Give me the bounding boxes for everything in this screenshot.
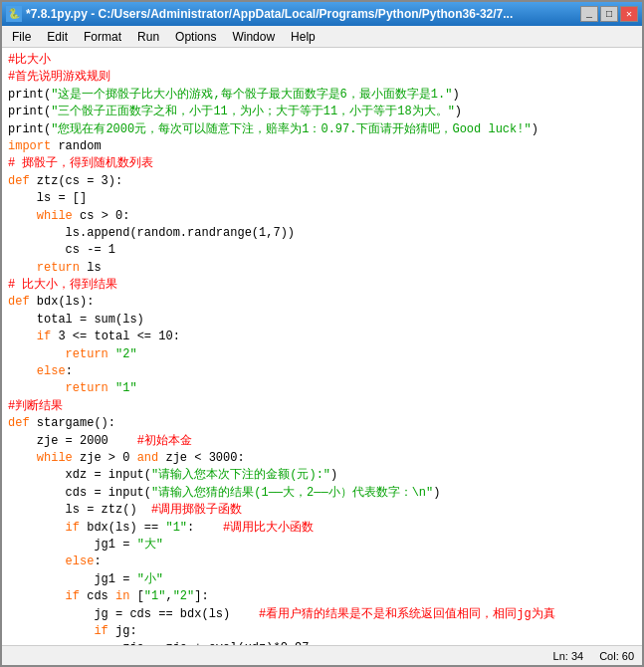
- window-title: *7.8.1py.py - C:/Users/Administrator/App…: [26, 7, 513, 21]
- code-line: print("您现在有2000元，每次可以随意下注，赔率为1：0.97.下面请开…: [8, 121, 636, 138]
- code-line: import random: [8, 138, 636, 155]
- code-line: print("三个骰子正面数字之和，小于11，为小；大于等于11，小于等于18为…: [8, 104, 636, 120]
- code-line: print("这是一个掷骰子比大小的游戏,每个骰子最大面数字是6，最小面数字是1…: [8, 87, 636, 104]
- code-line: while cs > 0:: [8, 208, 636, 225]
- code-line: #首先说明游戏规则: [8, 69, 636, 86]
- maximize-button[interactable]: □: [600, 6, 618, 22]
- title-bar: 🐍 *7.8.1py.py - C:/Users/Administrator/A…: [2, 2, 642, 26]
- menu-edit[interactable]: Edit: [39, 28, 76, 46]
- menu-bar: File Edit Format Run Options Window Help: [2, 26, 642, 48]
- code-line: while zje > 0 and zje < 3000:: [8, 450, 636, 467]
- code-line: ls = []: [8, 190, 636, 207]
- code-line: else:: [8, 554, 636, 570]
- code-line: if bdx(ls) == "1": #调用比大小函数: [8, 520, 636, 537]
- code-line: #比大小: [8, 52, 636, 69]
- code-line: if 3 <= total <= 10:: [8, 329, 636, 345]
- status-bar: Ln: 34 Col: 60: [2, 645, 642, 665]
- menu-run[interactable]: Run: [129, 28, 167, 46]
- menu-format[interactable]: Format: [76, 28, 129, 46]
- code-line: # 比大小，得到结果: [8, 277, 636, 294]
- minimize-button[interactable]: _: [580, 6, 598, 22]
- title-bar-left: 🐍 *7.8.1py.py - C:/Users/Administrator/A…: [6, 6, 513, 22]
- code-line: jg1 = "小": [8, 571, 636, 588]
- code-line: def bdx(ls):: [8, 294, 636, 311]
- code-line: if cds in ["1","2"]:: [8, 588, 636, 605]
- menu-options[interactable]: Options: [167, 28, 224, 46]
- code-line: if jg:: [8, 623, 636, 640]
- code-line: xdz = input("请输入您本次下注的金额(元):"): [8, 467, 636, 484]
- code-line: #判断结果: [8, 398, 636, 415]
- code-area[interactable]: #比大小 #首先说明游戏规则 print("这是一个掷骰子比大小的游戏,每个骰子…: [2, 48, 642, 645]
- code-line: cs -= 1: [8, 242, 636, 259]
- close-button[interactable]: ✕: [620, 6, 638, 22]
- code-line: total = sum(ls): [8, 312, 636, 329]
- main-window: 🐍 *7.8.1py.py - C:/Users/Administrator/A…: [0, 0, 644, 667]
- menu-help[interactable]: Help: [283, 28, 323, 46]
- line-number: Ln: 34: [553, 650, 584, 662]
- code-line: ls.append(random.randrange(1,7)): [8, 225, 636, 242]
- menu-window[interactable]: Window: [224, 28, 283, 46]
- title-bar-buttons: _ □ ✕: [580, 6, 638, 22]
- code-line: return "2": [8, 346, 636, 363]
- code-line: def ztz(cs = 3):: [8, 173, 636, 190]
- code-line: return "1": [8, 380, 636, 397]
- menu-file[interactable]: File: [4, 28, 39, 46]
- code-line: jg1 = "大": [8, 537, 636, 554]
- code-line: return ls: [8, 260, 636, 277]
- editor-container: #比大小 #首先说明游戏规则 print("这是一个掷骰子比大小的游戏,每个骰子…: [2, 48, 642, 645]
- code-line: else:: [8, 363, 636, 380]
- col-number: Col: 60: [599, 650, 634, 662]
- code-line: cds = input("请输入您猜的结果(1——大，2——小）代表数字：\n"…: [8, 485, 636, 502]
- code-line: ls = ztz() #调用掷骰子函数: [8, 502, 636, 519]
- code-line: zje = 2000 #初始本金: [8, 433, 636, 450]
- code-line: jg = cds == bdx(ls) #看用户猜的结果是不是和系统返回值相同，…: [8, 606, 636, 623]
- code-line: # 掷骰子，得到随机数列表: [8, 155, 636, 172]
- code-line: def stargame():: [8, 415, 636, 432]
- app-icon: 🐍: [6, 6, 22, 22]
